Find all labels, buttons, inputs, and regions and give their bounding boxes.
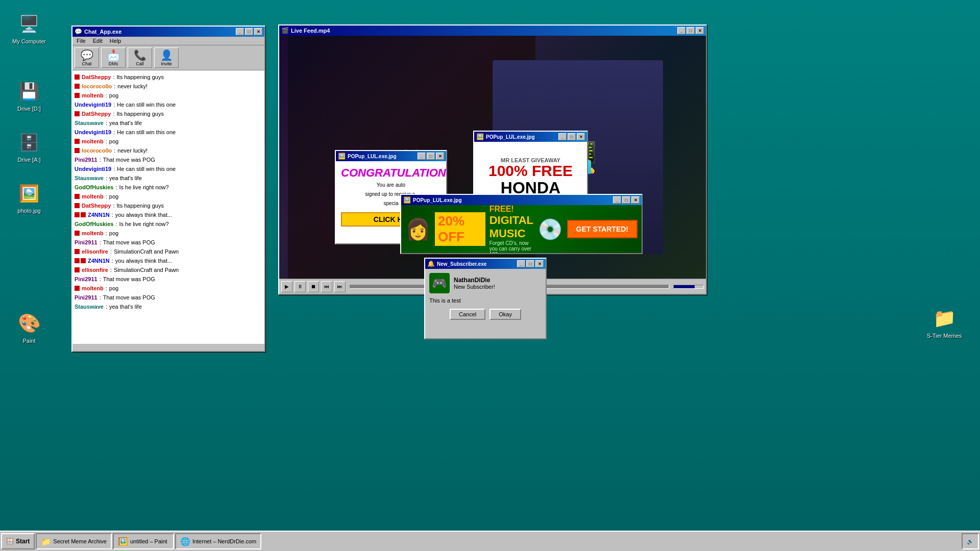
popup3-close[interactable]: ✕ xyxy=(631,196,640,204)
chat-message-21: ellisonfire : SimulationCraft and Pawn xyxy=(75,265,262,274)
subscriber-content: 🎮 NathanDiDie New Subscriber! This is a … xyxy=(425,269,546,338)
subscriber-titlebar[interactable]: 🔔 New_Subscriber.exe _ □ ✕ xyxy=(425,259,546,269)
chat-menubar: File Edit Help xyxy=(72,37,264,45)
popup3-maximize[interactable]: □ xyxy=(622,196,630,204)
taskbar-internet[interactable]: 🌐 Internet – NerdDrDie.com xyxy=(175,533,261,549)
popup2-minimize[interactable]: _ xyxy=(558,133,567,140)
msg-username: Stauswave xyxy=(75,173,104,183)
popup-music: 🖼️ POPup_LUL.exe.jpg _ □ ✕ 👩 20% OFF ROY… xyxy=(400,194,643,254)
video-titlebar[interactable]: 🎬 Live Feed.mp4 _ □ ✕ xyxy=(279,26,706,36)
desktop-icon-drive-a[interactable]: 🗄️ Drive [A:] xyxy=(9,130,50,163)
popup1-titlebar[interactable]: 🖼️ POPup_LUL.exe.jpg _ □ ✕ xyxy=(336,151,446,161)
get-started-button[interactable]: GET STARTED! xyxy=(567,220,638,238)
chat-tool-chat[interactable]: 💬 Chat xyxy=(75,47,99,68)
video-close-btn[interactable]: ✕ xyxy=(696,27,704,34)
chat-message-18: Pini2911 : That move was POG xyxy=(75,238,262,247)
paint-taskbar-icon: 🖼️ xyxy=(118,537,128,546)
msg-username: locoroco0o xyxy=(82,146,112,155)
msg-separator: : xyxy=(100,155,101,164)
music-digital-label: DIGITAL MUSIC xyxy=(489,214,533,240)
subscriber-ok-btn[interactable]: Okay xyxy=(489,309,521,320)
msg-separator: : xyxy=(110,265,112,274)
start-button[interactable]: 🪟 Start xyxy=(1,533,35,549)
msg-square-icon xyxy=(75,194,80,199)
video-pause-btn[interactable]: ⏸ xyxy=(295,281,306,292)
video-prev-btn[interactable]: ⏮ xyxy=(321,281,332,292)
msg-username: ellisonfire xyxy=(82,247,108,256)
popup1-close[interactable]: ✕ xyxy=(436,153,444,160)
desktop-icon-drive-d[interactable]: 💾 Drive [D:] xyxy=(9,79,50,112)
video-play-btn[interactable]: ▶ xyxy=(281,281,292,292)
subscriber-maximize[interactable]: □ xyxy=(526,260,534,267)
msg-separator: : xyxy=(106,229,107,238)
chat-tool-invite[interactable]: 👤 Invite xyxy=(154,47,179,68)
chat-menu-edit[interactable]: Edit xyxy=(90,37,106,44)
desktop-icon-photo[interactable]: 🖼️ photo.jpg xyxy=(9,181,50,214)
chat-message-6: Undeviginti19 : He can still win this on… xyxy=(75,128,262,137)
video-next-btn[interactable]: ⏭ xyxy=(334,281,346,292)
chat-minimize-btn[interactable]: _ xyxy=(236,28,244,35)
msg-separator: : xyxy=(114,82,115,91)
internet-taskbar-label: Internet – NerdDrDie.com xyxy=(192,538,256,544)
chat-message-17: moltenb : pog xyxy=(75,229,262,238)
music-cd-icon: 💿 xyxy=(537,217,563,241)
video-volume[interactable] xyxy=(673,285,704,289)
msg-text: He can still win this one xyxy=(117,128,176,137)
popup3-title-text: POPup_LUL.exe.jpg xyxy=(413,197,462,203)
photo-label: photo.jpg xyxy=(17,208,40,214)
video-minimize-btn[interactable]: _ xyxy=(677,27,685,34)
desktop-icon-stier-memes[interactable]: 📁 S-Tier Memes xyxy=(924,306,965,339)
msg-square-icon xyxy=(75,93,80,98)
video-stop-btn[interactable]: ⏹ xyxy=(308,281,319,292)
popup1-title-icon: 🖼️ xyxy=(338,153,346,160)
msg-text: you always think that... xyxy=(115,210,172,219)
popup1-maximize[interactable]: □ xyxy=(427,153,435,160)
msg-separator: : xyxy=(106,118,107,128)
subscriber-close[interactable]: ✕ xyxy=(535,260,544,267)
chat-message-13: moltenb : pog xyxy=(75,192,262,201)
msg-separator: : xyxy=(114,146,115,155)
video-maximize-btn[interactable]: □ xyxy=(687,27,695,34)
popup1-minimize[interactable]: _ xyxy=(418,153,426,160)
popup3-content: 👩 20% OFF ROYALTY FREE! DIGITAL MUSIC Fo… xyxy=(401,205,642,253)
desktop-icon-paint[interactable]: 🎨 Paint xyxy=(9,311,50,344)
chat-menu-help[interactable]: Help xyxy=(107,37,125,44)
chat-menu-file[interactable]: File xyxy=(74,37,89,44)
msg-text: pog xyxy=(109,137,118,146)
msg-username: Pini2911 xyxy=(75,238,97,247)
my-computer-label: My Computer xyxy=(12,38,46,44)
popup2-titlebar[interactable]: 🖼️ POPup_LUL.exe.jpg _ □ ✕ xyxy=(474,132,587,142)
invite-icon: 👤 xyxy=(160,49,173,61)
msg-username: Pini2911 xyxy=(75,274,97,284)
chat-titlebar[interactable]: 💬 Chat_App.exe _ □ ✕ xyxy=(72,27,264,37)
taskbar-paint[interactable]: 🖼️ untitled – Paint xyxy=(113,533,174,549)
popup2-close[interactable]: ✕ xyxy=(577,133,585,140)
msg-text: yea that's life xyxy=(109,118,142,128)
msg-separator: : xyxy=(106,192,107,201)
desktop: 🖥️ My Computer 💾 Drive [D:] 🗄️ Drive [A:… xyxy=(0,0,980,551)
subscriber-avatar: 🎮 xyxy=(429,273,450,293)
msg-username: Undeviginti19 xyxy=(75,100,111,109)
chat-message-14: DatSheppy : Its happening guys xyxy=(75,201,262,210)
msg-separator: : xyxy=(106,173,107,183)
popup2-maximize[interactable]: □ xyxy=(568,133,576,140)
chat-message-25: Stauswave : yea that's life xyxy=(75,302,262,311)
taskbar-secret-meme[interactable]: 📁 Secret Meme Archive xyxy=(36,533,112,549)
msg-text: That move was POG xyxy=(103,238,155,247)
popup1-title-text: POPup_LUL.exe.jpg xyxy=(348,154,397,159)
desktop-icon-my-computer[interactable]: 🖥️ My Computer xyxy=(9,12,50,44)
chat-close-btn[interactable]: ✕ xyxy=(254,28,262,35)
subscriber-minimize[interactable]: _ xyxy=(517,260,525,267)
msg-username: Stauswave xyxy=(75,302,104,311)
chat-message-3: Undeviginti19 : He can still win this on… xyxy=(75,100,262,109)
chat-tool-call[interactable]: 📞 Call xyxy=(128,47,152,68)
secret-meme-taskbar-label: Secret Meme Archive xyxy=(53,538,107,544)
chat-tool-dms[interactable]: 📩 DMs xyxy=(101,47,126,68)
msg-separator: : xyxy=(112,256,113,265)
msg-text: Is he live right now? xyxy=(119,183,168,192)
popup3-titlebar[interactable]: 🖼️ POPup_LUL.exe.jpg _ □ ✕ xyxy=(401,195,642,205)
subscriber-cancel-btn[interactable]: Cancel xyxy=(450,309,485,320)
chat-maximize-btn[interactable]: □ xyxy=(245,28,253,35)
subscriber-event: New Subscriber! xyxy=(454,284,495,290)
popup3-minimize[interactable]: _ xyxy=(613,196,621,204)
